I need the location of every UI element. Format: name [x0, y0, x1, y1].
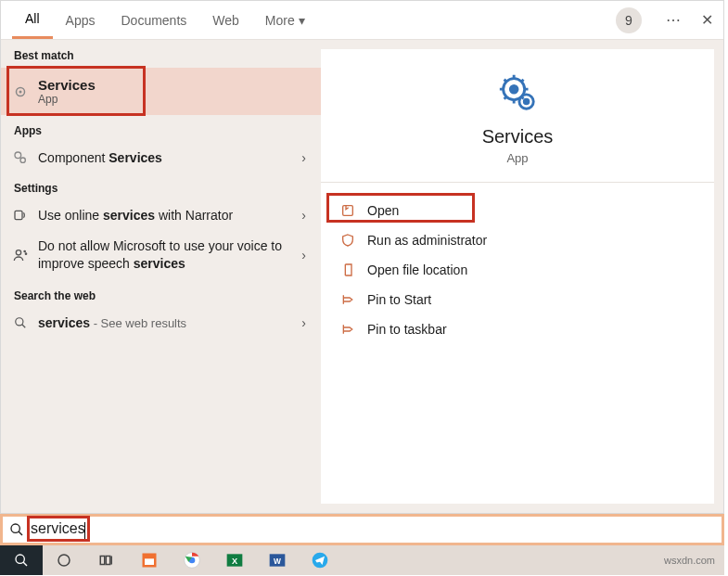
group-header-apps: Apps [1, 115, 321, 143]
svg-point-5 [16, 250, 20, 255]
open-icon [338, 203, 358, 218]
svg-rect-21 [106, 557, 110, 565]
svg-rect-29 [270, 554, 286, 566]
taskbar-app-1[interactable] [128, 545, 171, 575]
pin-icon [338, 292, 358, 307]
svg-point-3 [20, 158, 25, 162]
svg-point-19 [58, 555, 70, 566]
action-list: Open Run as administrator Open file loca… [321, 183, 714, 357]
action-pin-start[interactable]: Pin to Start [330, 285, 705, 314]
preview-subtitle: App [506, 151, 528, 165]
watermark: wsxdn.com [664, 555, 724, 566]
action-label: Pin to taskbar [367, 322, 447, 337]
tabs-bar: All Apps Documents Web More ▾ 9 ⋯ ✕ [1, 1, 723, 40]
svg-line-18 [23, 562, 27, 566]
shield-icon [338, 233, 358, 248]
search-input[interactable]: services [31, 520, 85, 538]
setting-speech-services[interactable]: Do not allow Microsoft to use your voice… [1, 230, 321, 280]
tab-more-label: More [265, 13, 295, 28]
setting-label: Do not allow Microsoft to use your voice… [38, 237, 296, 273]
best-match-subtitle: App [38, 93, 312, 106]
svg-rect-4 [15, 211, 22, 219]
taskbar-word-button[interactable]: W [256, 545, 299, 575]
action-label: Open [367, 203, 399, 218]
action-label: Run as administrator [367, 233, 487, 248]
svg-rect-24 [145, 558, 154, 565]
results-body: Best match Services App Apps Component S… [1, 40, 723, 513]
svg-point-31 [313, 553, 328, 569]
svg-text:X: X [232, 557, 238, 566]
svg-line-9 [22, 325, 26, 328]
svg-rect-20 [100, 557, 105, 565]
preview-header: Services App [321, 49, 714, 183]
svg-line-16 [19, 531, 22, 535]
person-icon [10, 248, 31, 262]
taskbar: X W wsxdn.com [0, 545, 724, 575]
narrator-icon [10, 208, 31, 223]
component-services-icon [10, 150, 31, 165]
action-label: Open file location [367, 262, 467, 277]
svg-rect-14 [343, 206, 353, 216]
gear-icon [496, 71, 539, 117]
chevron-right-icon: › [296, 150, 312, 165]
search-input-row[interactable]: services [0, 514, 724, 545]
search-panel: All Apps Documents Web More ▾ 9 ⋯ ✕ Best… [0, 0, 724, 514]
ellipsis-icon[interactable]: ⋯ [657, 11, 690, 29]
action-open[interactable]: Open [330, 196, 705, 225]
app-result-label: Component Services [38, 150, 296, 165]
results-left: Best match Services App Apps Component S… [1, 40, 321, 513]
app-result-component-services[interactable]: Component Services › [1, 143, 321, 173]
action-open-location[interactable]: Open file location [330, 255, 705, 285]
group-header-web: Search the web [1, 280, 321, 308]
taskbar-cortana-button[interactable] [43, 545, 85, 575]
group-header-best-match: Best match [1, 40, 321, 68]
recent-badge[interactable]: 9 [616, 7, 642, 33]
setting-label: Use online services with Narrator [38, 208, 296, 223]
best-match-title: Services [38, 77, 312, 93]
services-icon [10, 83, 31, 100]
svg-point-1 [19, 90, 22, 93]
svg-point-7 [25, 253, 26, 254]
web-result-label: services - See web results [38, 315, 296, 330]
svg-point-6 [24, 250, 25, 251]
svg-point-13 [524, 99, 529, 104]
folder-icon [338, 262, 358, 277]
taskbar-chrome-button[interactable] [171, 545, 213, 575]
pin-icon [338, 322, 358, 337]
tab-all[interactable]: All [12, 1, 53, 39]
taskbar-telegram-button[interactable] [299, 545, 341, 575]
action-pin-taskbar[interactable]: Pin to taskbar [330, 314, 705, 344]
tab-documents[interactable]: Documents [108, 1, 199, 39]
highlight-box [27, 516, 90, 542]
svg-point-11 [510, 85, 517, 93]
action-label: Pin to Start [367, 292, 431, 307]
close-icon[interactable]: ✕ [690, 11, 723, 29]
svg-point-15 [11, 524, 19, 532]
tab-web[interactable]: Web [199, 1, 252, 39]
svg-rect-27 [227, 554, 243, 566]
svg-point-25 [185, 553, 200, 569]
svg-rect-23 [143, 554, 157, 568]
taskbar-taskview-button[interactable] [85, 545, 128, 575]
chevron-right-icon: › [296, 315, 312, 330]
group-header-settings: Settings [1, 173, 321, 200]
taskbar-search-button[interactable] [0, 545, 43, 575]
preview-title: Services [482, 126, 554, 147]
taskbar-excel-button[interactable]: X [213, 545, 256, 575]
svg-point-26 [189, 557, 196, 564]
action-run-admin[interactable]: Run as administrator [330, 225, 705, 255]
search-icon [10, 316, 31, 329]
tab-more[interactable]: More ▾ [252, 1, 318, 39]
preview-pane: Services App Open Run as administrator O… [321, 49, 714, 504]
web-result-services[interactable]: services - See web results › [1, 308, 321, 338]
chevron-right-icon: › [296, 248, 312, 262]
chevron-down-icon: ▾ [299, 13, 305, 28]
svg-point-2 [15, 152, 21, 159]
svg-point-17 [16, 555, 24, 563]
svg-text:W: W [274, 557, 281, 566]
tab-apps[interactable]: Apps [53, 1, 109, 39]
svg-point-8 [16, 318, 23, 326]
setting-narrator-services[interactable]: Use online services with Narrator › [1, 200, 321, 230]
chevron-right-icon: › [296, 208, 312, 223]
best-match-result[interactable]: Services App [1, 68, 321, 115]
